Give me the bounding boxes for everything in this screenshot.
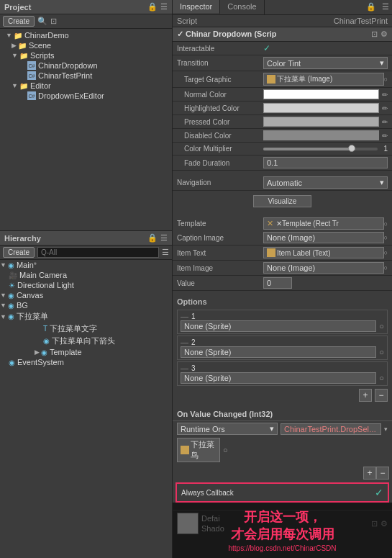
navigation-dropdown[interactable]: Automatic ▾	[263, 176, 388, 189]
inspector-menu-icon[interactable]: ☰	[379, 0, 392, 14]
tree-label: Scene	[29, 41, 51, 50]
option-item-3: — 3 None (Sprite) ○	[177, 361, 388, 386]
hierarchy-item-dropdown[interactable]: ▼ ◉ 下拉菜单	[0, 310, 172, 323]
slider-thumb[interactable]	[348, 145, 355, 152]
pressed-color-swatch[interactable]	[263, 117, 379, 127]
option-sprite-3[interactable]: None (Sprite)	[181, 372, 376, 384]
disabled-color-edit[interactable]: ✏	[382, 132, 388, 140]
hierarchy-header: Hierarchy 🔒 ☰	[0, 231, 172, 246]
hierarchy-item-dir-light[interactable]: ☀ Directional Light	[0, 280, 172, 290]
event-obj-circle[interactable]: ○	[223, 446, 228, 454]
hierarchy-item-text[interactable]: T 下拉菜单文字	[0, 323, 172, 335]
hierarchy-item-bg[interactable]: ▼ ◉ BG	[0, 300, 172, 310]
always-callback-add[interactable]: +	[363, 467, 376, 480]
disabled-color-swatch[interactable]	[263, 130, 379, 140]
caret-icon: ▼	[12, 82, 18, 89]
option-num-1: 1	[191, 312, 196, 320]
event-runtime-dropdown[interactable]: Runtime Ors ▾	[177, 423, 278, 435]
annotation-sub: 才会启用每次调用	[176, 526, 389, 543]
event-handler[interactable]: ChinarTestPrint.DropSelect	[281, 423, 381, 435]
color-multiplier-num: 1	[383, 145, 388, 153]
interactable-label: Interactable	[177, 45, 263, 53]
tab-console[interactable]: Console	[220, 0, 264, 14]
fade-duration-num[interactable]: 0.1	[263, 157, 388, 168]
lock-icon[interactable]: 🔒	[147, 2, 158, 12]
hierarchy-search-input[interactable]	[37, 247, 159, 258]
gear-icon[interactable]: ⚙	[380, 30, 388, 39]
tree-label: Scripts	[30, 51, 55, 60]
event-handler-arrow: ▾	[384, 426, 388, 433]
template-ref[interactable]: ✕ ✕Template (Rect Tr	[263, 217, 384, 230]
game-obj-icon: ◉	[41, 348, 47, 356]
tree-item-scene[interactable]: ▶ 📁 Scene	[0, 40, 172, 50]
always-callback-checkbox[interactable]: ✓	[375, 487, 383, 498]
highlighted-color-swatch[interactable]	[263, 103, 379, 113]
tree-item-editor[interactable]: ▼ 📁 Editor	[0, 81, 172, 91]
caption-image-none[interactable]: None (Image)	[263, 232, 384, 243]
item-image-none[interactable]: None (Image)	[263, 262, 384, 274]
item-image-none-text: None (Image)	[267, 264, 315, 272]
tree-item-scripts[interactable]: ▼ 📁 Scripts	[0, 50, 172, 60]
add-option-button[interactable]: +	[359, 389, 372, 402]
caret-icon: ▶	[12, 42, 17, 49]
target-graphic-ref[interactable]: 下拉菜单 (Image)	[263, 73, 384, 86]
hierarchy-lock-icon[interactable]: 🔒	[147, 233, 158, 243]
transition-dropdown[interactable]: Color Tint ▾	[263, 57, 388, 69]
game-obj-icon: ◉	[8, 312, 14, 320]
visualize-button[interactable]: Visualize	[253, 195, 312, 207]
hierarchy-menu-icon[interactable]: ☰	[160, 233, 168, 243]
tree-label: Editor	[30, 81, 51, 90]
event-obj-row: 下拉菜鸟 ○	[173, 436, 392, 464]
h-label: EventSystem	[17, 358, 64, 366]
normal-color-row: Normal Color ✏	[173, 88, 392, 102]
option-sprite-label-1: None (Sprite)	[184, 322, 231, 330]
hierarchy-item-main-camera[interactable]: 🎥 Main Camera	[0, 270, 172, 280]
template-circle[interactable]: ○	[384, 220, 388, 228]
interactable-check[interactable]: ✓	[263, 43, 270, 53]
value-value: 0	[263, 277, 388, 289]
option-circle-3[interactable]: ○	[379, 374, 384, 382]
tab-inspector[interactable]: Inspector	[173, 0, 220, 14]
highlighted-color-edit[interactable]: ✏	[382, 104, 388, 112]
target-graphic-row: Target Graphic 下拉菜单 (Image) ○	[173, 71, 392, 88]
hierarchy-item-event-system[interactable]: ◉ EventSystem	[0, 357, 172, 367]
normal-color-swatch[interactable]	[263, 89, 379, 99]
event-obj-ref[interactable]: 下拉菜鸟	[177, 438, 220, 462]
caption-image-circle[interactable]: ○	[384, 234, 388, 241]
pressed-color-edit[interactable]: ✏	[382, 118, 388, 126]
hierarchy-create-button[interactable]: Create	[3, 247, 35, 258]
slider-track[interactable]	[263, 148, 378, 150]
item-text-circle[interactable]: ○	[384, 249, 388, 256]
normal-color-edit[interactable]: ✏	[382, 91, 388, 99]
project-header: Project 🔒 ☰	[0, 0, 172, 14]
option-circle-1[interactable]: ○	[379, 322, 384, 330]
expand-icon[interactable]: ⊡	[371, 30, 378, 39]
inspector-lock-icon[interactable]: 🔒	[363, 0, 379, 14]
item-text-ref[interactable]: Item Label (Text)	[263, 247, 384, 258]
item-image-circle[interactable]: ○	[384, 264, 388, 271]
menu-icon[interactable]: ☰	[160, 2, 168, 12]
value-num[interactable]: 0	[263, 277, 292, 289]
remove-option-button[interactable]: −	[375, 389, 388, 402]
option-minus-1[interactable]: —	[181, 312, 188, 320]
option-item-1: — 1 None (Sprite) ○	[177, 310, 388, 334]
tree-item-chinar-dropdown[interactable]: C# ChinarDropdown	[0, 60, 172, 71]
tree-item-chinar-demo[interactable]: ▼ 📁 ChinarDemo	[0, 30, 172, 40]
hierarchy-item-arrow[interactable]: ◉ 下拉菜单向下箭头	[0, 335, 172, 347]
interactable-row: Interactable ✓	[173, 42, 392, 55]
tree-item-chinar-test-print[interactable]: C# ChinarTestPrint	[0, 71, 172, 81]
option-minus-3[interactable]: —	[181, 364, 188, 372]
option-sprite-2[interactable]: None (Sprite)	[181, 346, 376, 358]
tree-item-dropdown-ex-editor[interactable]: C# DropdownExEditor	[0, 91, 172, 101]
hierarchy-item-canvas[interactable]: ▼ ◉ Canvas	[0, 290, 172, 300]
always-callback-remove[interactable]: −	[376, 467, 389, 480]
option-sprite-1[interactable]: None (Sprite)	[181, 320, 376, 332]
project-toolbar: Create 🔍 ⊡	[0, 14, 172, 29]
project-create-button[interactable]: Create	[3, 16, 35, 27]
option-minus-2[interactable]: —	[181, 338, 188, 346]
hierarchy-item-main[interactable]: ▼ ◉ Main*	[0, 260, 172, 270]
option-circle-2[interactable]: ○	[379, 348, 384, 356]
hierarchy-item-template[interactable]: ▶ ◉ Template	[0, 347, 172, 357]
hierarchy-menu-btn[interactable]: ☰	[162, 248, 169, 257]
target-graphic-circle[interactable]: ○	[384, 76, 388, 83]
